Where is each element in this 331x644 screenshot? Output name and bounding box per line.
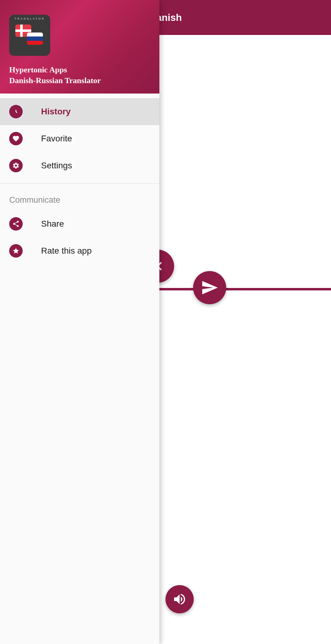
translate-button[interactable] <box>193 271 226 304</box>
drawer-item-settings[interactable]: Settings <box>0 152 159 179</box>
drawer-item-share[interactable]: Share <box>0 210 159 237</box>
clock-icon <box>9 105 23 118</box>
star-icon <box>9 244 23 258</box>
send-icon <box>201 279 219 297</box>
drawer-item-label: Rate this app <box>41 246 92 256</box>
navigation-drawer: TRANSLATOR Hypertonic Apps Danish-Russia… <box>0 0 159 644</box>
russian-flag-icon <box>27 33 43 45</box>
speaker-icon <box>172 592 187 607</box>
drawer-header: TRANSLATOR Hypertonic Apps Danish-Russia… <box>0 0 159 94</box>
heart-icon <box>9 132 23 145</box>
app-icon: TRANSLATOR <box>9 15 50 56</box>
gear-icon <box>9 159 23 172</box>
drawer-item-favorite[interactable]: Favorite <box>0 125 159 152</box>
drawer-title-line2: Danish-Russian Translator <box>9 75 150 86</box>
section-divider <box>0 183 159 184</box>
drawer-list: History Favorite Settings Communicate Sh… <box>0 94 159 264</box>
drawer-title-line1: Hypertonic Apps <box>9 64 150 75</box>
drawer-item-label: Settings <box>41 161 72 171</box>
drawer-item-rate[interactable]: Rate this app <box>0 237 159 264</box>
drawer-title: Hypertonic Apps Danish-Russian Translato… <box>9 64 150 86</box>
drawer-item-label: Favorite <box>41 134 72 144</box>
drawer-item-label: Share <box>41 219 64 229</box>
drawer-item-label: History <box>41 107 70 117</box>
share-icon <box>9 217 23 231</box>
section-header-communicate: Communicate <box>0 188 159 210</box>
speak-button[interactable] <box>166 585 194 613</box>
drawer-item-history[interactable]: History <box>0 98 159 125</box>
app-icon-label: TRANSLATOR <box>9 17 50 20</box>
